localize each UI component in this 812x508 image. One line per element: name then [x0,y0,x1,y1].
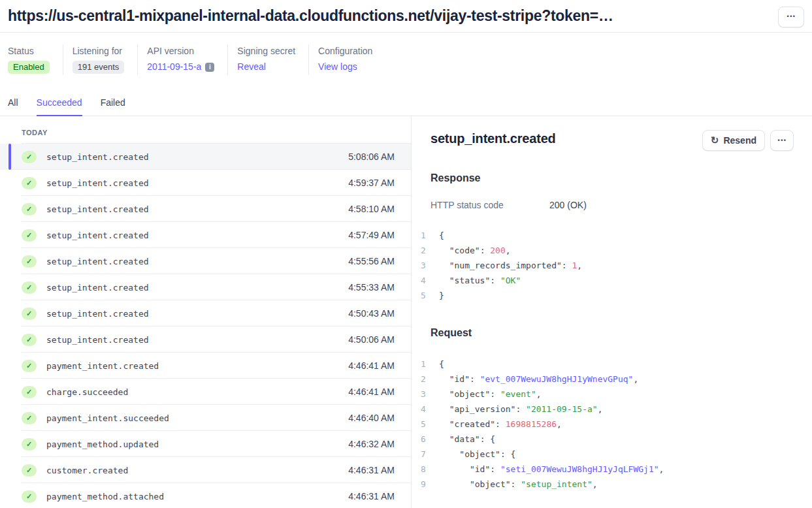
line-number: 5 [421,288,430,303]
check-glyph: ✓ [26,206,32,213]
tab-all[interactable]: All [8,97,18,116]
event-row[interactable]: ✓ setup_intent.created 5:08:06 AM [0,144,411,170]
check-glyph: ✓ [26,362,32,370]
event-type: setup_intent.created [46,204,149,214]
reveal-secret-link[interactable]: Reveal [237,61,266,72]
code-line: 3 "num_records_imported": 1, [421,258,794,273]
event-row[interactable]: ✓ payment_intent.succeeded 4:46:40 AM [0,405,411,431]
event-list-pane: TODAY ✓ setup_intent.created 5:08:06 AM … [0,116,412,508]
event-row[interactable]: ✓ payment_method.updated 4:46:32 AM [0,431,411,457]
check-glyph: ✓ [26,415,32,422]
ellipsis-icon: ••• [777,138,787,144]
event-time: 4:46:31 AM [348,465,395,475]
line-number: 3 [421,387,430,402]
request-code-block: 1{2 "id": "evt_007WewuJW8hgHJ1yWnevGPuq"… [421,357,794,492]
success-check-icon: ✓ [22,177,37,189]
event-type: setup_intent.created [46,230,149,240]
event-type: payment_intent.created [46,361,159,371]
main-content: TODAY ✓ setup_intent.created 5:08:06 AM … [0,116,812,508]
line-number: 4 [421,273,430,288]
event-row[interactable]: ✓ setup_intent.created 4:57:49 AM [0,222,411,248]
line-number: 3 [421,258,430,273]
tab-succeeded[interactable]: Succeeded [37,97,82,116]
event-row[interactable]: ✓ setup_intent.created 4:58:10 AM [0,196,411,222]
event-filter-tabs: All Succeeded Failed [0,97,812,116]
detail-header: setup_intent.created ↻ Resend ••• [430,130,794,151]
http-status-row: HTTP status code 200 (OK) [430,200,794,210]
event-time: 4:46:40 AM [348,413,395,423]
success-check-icon: ✓ [22,334,37,346]
line-number: 1 [421,228,430,243]
status-cell-listening: Listening for 191 events [63,44,138,75]
check-glyph: ✓ [26,389,32,396]
event-row[interactable]: ✓ setup_intent.created 4:59:37 AM [0,170,411,196]
success-check-icon: ✓ [22,151,37,163]
response-code-block: 1{2 "code": 200,3 "num_records_imported"… [421,228,794,303]
code-line: 1{ [421,357,794,372]
event-row[interactable]: ✓ setup_intent.created 4:50:06 AM [0,326,411,353]
event-type: charge.succeeded [46,387,128,397]
code-line: 8 "id": "seti_007WewuJW8hgHJ1yJqLFWGj1", [421,462,794,477]
success-check-icon: ✓ [22,203,37,215]
event-type: payment_method.attached [46,492,164,501]
check-glyph: ✓ [26,441,32,448]
event-row[interactable]: ✓ payment_intent.created 4:46:41 AM [0,353,411,379]
tab-failed[interactable]: Failed [101,97,125,116]
success-check-icon: ✓ [22,281,37,294]
success-check-icon: ✓ [22,308,37,320]
event-row[interactable]: ✓ setup_intent.created 4:55:56 AM [0,248,411,274]
success-check-icon: ✓ [22,386,37,398]
api-version-link[interactable]: 2011-09-15-a [147,61,201,72]
code-line: 5} [421,288,794,303]
line-number: 5 [421,417,430,432]
http-status-label: HTTP status code [430,200,549,210]
event-time: 4:57:49 AM [348,230,395,240]
resend-button[interactable]: ↻ Resend [702,130,765,151]
event-row[interactable]: ✓ setup_intent.created 4:50:43 AM [0,300,411,326]
view-logs-link[interactable]: View logs [318,61,357,72]
line-number: 2 [421,372,430,387]
event-detail-title: setup_intent.created [430,130,556,146]
signing-secret-label: Signing secret [237,46,295,56]
page-header: https://us-central1-mixpanel-internal-da… [0,0,812,33]
check-glyph: ✓ [26,284,32,291]
success-check-icon: ✓ [22,464,37,477]
check-glyph: ✓ [26,310,32,317]
event-time: 4:50:06 AM [348,334,395,345]
event-row[interactable]: ✓ setup_intent.created 4:55:33 AM [0,274,411,300]
check-glyph: ✓ [26,467,32,474]
api-version-label: API version [147,46,214,56]
code-line: 7 "object": { [421,447,794,462]
ellipsis-icon: ••• [787,14,796,20]
group-header-label: TODAY [22,129,48,136]
event-time: 4:58:10 AM [348,204,395,214]
code-line: 2 "id": "evt_007WewuJW8hgHJ1yWnevGPuq", [421,372,794,387]
event-list: ✓ setup_intent.created 5:08:06 AM ✓ setu… [0,144,411,508]
list-group-header: TODAY [0,116,411,144]
event-type: customer.created [46,466,128,475]
event-time: 4:55:56 AM [348,256,395,266]
event-type: setup_intent.created [46,283,149,293]
event-row[interactable]: ✓ payment_method.attached 4:46:31 AM [0,483,411,508]
line-number: 1 [421,357,430,372]
check-glyph: ✓ [26,153,32,161]
success-check-icon: ✓ [22,490,37,503]
event-row[interactable]: ✓ customer.created 4:46:31 AM [0,457,411,483]
event-type: setup_intent.created [46,178,149,188]
detail-actions: ↻ Resend ••• [702,130,794,151]
success-check-icon: ✓ [22,438,37,451]
detail-more-button[interactable]: ••• [770,130,794,151]
info-icon[interactable]: i [205,63,214,72]
endpoint-url-title: https://us-central1-mixpanel-internal-da… [8,7,778,30]
success-check-icon: ✓ [22,255,37,268]
code-line: 6 "data": { [421,432,794,447]
resend-button-label: Resend [723,135,756,146]
events-count-badge: 191 events [73,61,125,74]
event-type: payment_intent.succeeded [46,413,169,423]
resend-icon: ↻ [711,135,719,145]
header-more-button[interactable]: ••• [778,7,804,27]
event-row[interactable]: ✓ charge.succeeded 4:46:41 AM [0,379,411,405]
event-time: 4:50:43 AM [348,308,395,319]
check-glyph: ✓ [26,232,32,239]
event-time: 4:55:33 AM [348,282,395,293]
